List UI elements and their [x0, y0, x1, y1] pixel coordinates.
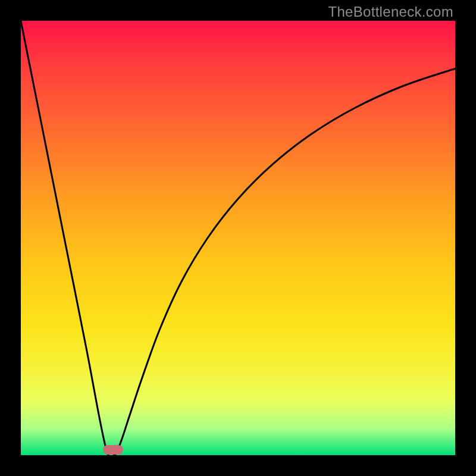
bottleneck-curve — [21, 21, 455, 455]
chart-plot-area — [21, 21, 455, 455]
optimal-point-marker — [103, 445, 123, 455]
watermark-text: TheBottleneck.com — [328, 4, 453, 20]
